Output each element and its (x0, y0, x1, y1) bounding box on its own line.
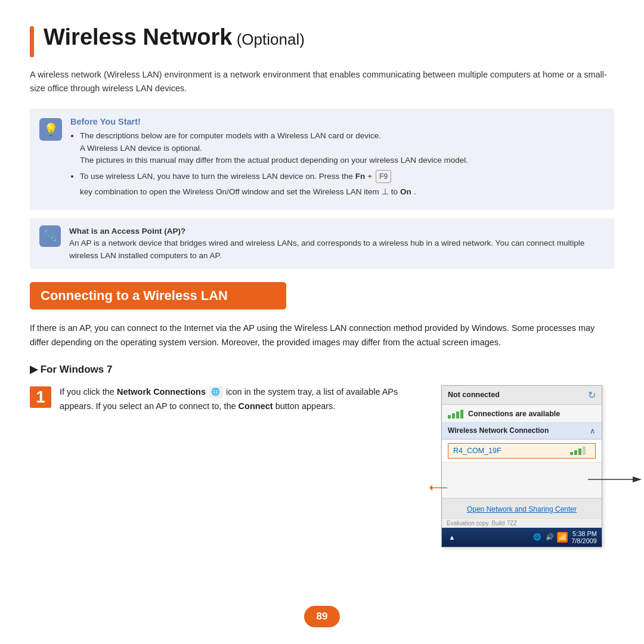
paperclip-icon: 📎 (39, 225, 61, 247)
fn-suffix: . (414, 186, 416, 198)
list-item: The descriptions below are for computer … (80, 130, 605, 166)
taskbar-left: ▲ (447, 532, 457, 543)
watermark-text: Evaluation copy. Build 7ZZ (447, 520, 517, 527)
fn-on-bold: On (400, 186, 411, 198)
before-you-start-list: The descriptions below are for computer … (70, 130, 605, 198)
before-you-start-box: 💡 Before You Start! The descriptions bel… (30, 109, 614, 210)
taskbar-icon-network: 🌐 (532, 532, 543, 543)
taskbar-time: 5:38 PM 7/8/2009 (571, 530, 597, 544)
page-number: 89 (304, 606, 340, 627)
taskbar-icon-sound: 🔊 (544, 532, 555, 543)
fn-key-row: To use wireless LAN, you have to turn th… (80, 170, 605, 198)
ap-list-annotation: AP List (588, 473, 644, 485)
ap-name: R4_COM_19F (453, 447, 501, 455)
step-text-part3: button appears. (275, 401, 336, 411)
before-you-start-title: Before You Start! (70, 117, 605, 126)
title-optional: (Optional) (232, 30, 304, 48)
ap-entry-arrow (429, 482, 447, 496)
fn-text-3: key combination to open the Wireless On/… (80, 186, 379, 198)
open-network-section: Open Network and Sharing Center (442, 498, 602, 518)
list-item-fn: To use wireless LAN, you have to turn th… (80, 170, 605, 198)
content-area: 1 If you click the Network Connections 🌐… (30, 385, 614, 547)
screenshot-taskbar: ▲ 🌐 🔊 📶 5:38 PM 7/8/2009 (442, 528, 602, 547)
network-connections-label: Network Connections (117, 387, 206, 397)
ap-bar-2 (574, 450, 577, 455)
wifi-symbol: ⊥ (382, 185, 389, 198)
watermark: Evaluation copy. Build 7ZZ (442, 518, 602, 528)
page-title-section: Wireless Network (Optional) (30, 24, 614, 57)
time-display: 5:38 PM (571, 530, 597, 537)
taskbar-icons: 🌐 🔊 📶 (532, 532, 568, 543)
network-icon-inline: 🌐 (209, 386, 222, 398)
left-content: 1 If you click the Network Connections 🌐… (30, 385, 441, 414)
refresh-icon: ↻ (588, 389, 596, 401)
wifi-bar-1 (448, 415, 451, 419)
ap-text: An AP is a network device that bridges w… (69, 239, 584, 259)
screenshot-header: Not connected ↻ (442, 386, 602, 405)
connect-label: Connect (239, 401, 273, 411)
fn-bold: Fn (355, 171, 366, 182)
lightbulb-icon: 💡 (39, 118, 62, 141)
chevron-up-icon: ∧ (590, 426, 596, 435)
ap-list-space (442, 462, 602, 498)
for-windows-label: For Windows 7 (30, 363, 614, 376)
right-content: Not connected ↻ Connections are availabl… (441, 385, 614, 547)
subtitle-paragraph: A wireless network (Wireless LAN) enviro… (30, 68, 614, 95)
screenshot-wrapper: Not connected ↻ Connections are availabl… (441, 385, 614, 547)
connections-available-label: Connections are available (468, 410, 560, 418)
fn-to: to (391, 186, 398, 198)
step-1-text: If you click the Network Connections 🌐 i… (60, 385, 429, 414)
not-connected-label: Not connected (448, 391, 500, 399)
page-title: Wireless Network (Optional) (44, 24, 305, 49)
sub-item-1: A Wireless LAN device is optional. (70, 143, 605, 154)
before-you-start-content: Before You Start! The descriptions below… (70, 117, 605, 202)
access-point-box: 📎 What is an Access Point (AP)? An AP is… (30, 218, 614, 269)
title-accent-bar (30, 26, 34, 57)
date-display: 7/8/2009 (571, 537, 597, 544)
ap-list-arrow (588, 473, 642, 485)
wifi-signal-icon (448, 410, 463, 419)
wireless-network-label: Wireless Network Connection (448, 426, 549, 435)
connections-row: Connections are available (442, 405, 602, 423)
step-number-1: 1 (30, 386, 51, 408)
section-paragraph: If there is an AP, you can connect to th… (30, 321, 614, 350)
taskbar-icon-wifi-highlighted: 📶 (557, 532, 568, 543)
fn-text-2: + (367, 171, 372, 182)
sub-item-2: The pictures in this manual may differ f… (70, 154, 605, 166)
ap-signal-icon (570, 447, 586, 455)
ap-bar-1 (570, 452, 573, 455)
screenshot: Not connected ↻ Connections are availabl… (441, 385, 602, 547)
orange-arrow-head (429, 485, 432, 491)
ap-bar-3 (578, 448, 581, 455)
ap-bar-4 (583, 447, 586, 455)
section-heading: Connecting to a Wireless LAN (30, 282, 286, 309)
step-text-part1: If you click the (60, 387, 117, 397)
ap-title: What is an Access Point (AP)? (69, 227, 185, 236)
fn-key-box: F9 (376, 170, 391, 183)
arrow-head (633, 476, 642, 482)
ap-entry: R4_COM_19F (448, 443, 596, 459)
step-1-container: 1 If you click the Network Connections 🌐… (30, 385, 429, 414)
wifi-bar-4 (460, 410, 463, 419)
taskbar-icon-1: ▲ (447, 532, 457, 543)
wifi-bar-2 (452, 413, 455, 419)
open-network-link: Open Network and Sharing Center (467, 505, 577, 513)
fn-text-1: To use wireless LAN, you have to turn th… (80, 171, 353, 182)
wifi-bar-3 (456, 411, 459, 419)
title-main: Wireless Network (44, 24, 232, 49)
wireless-network-section: Wireless Network Connection ∧ (442, 423, 602, 439)
ap-content: What is an Access Point (AP)? An AP is a… (69, 225, 605, 262)
ap-entry-arrow-svg (429, 482, 447, 494)
